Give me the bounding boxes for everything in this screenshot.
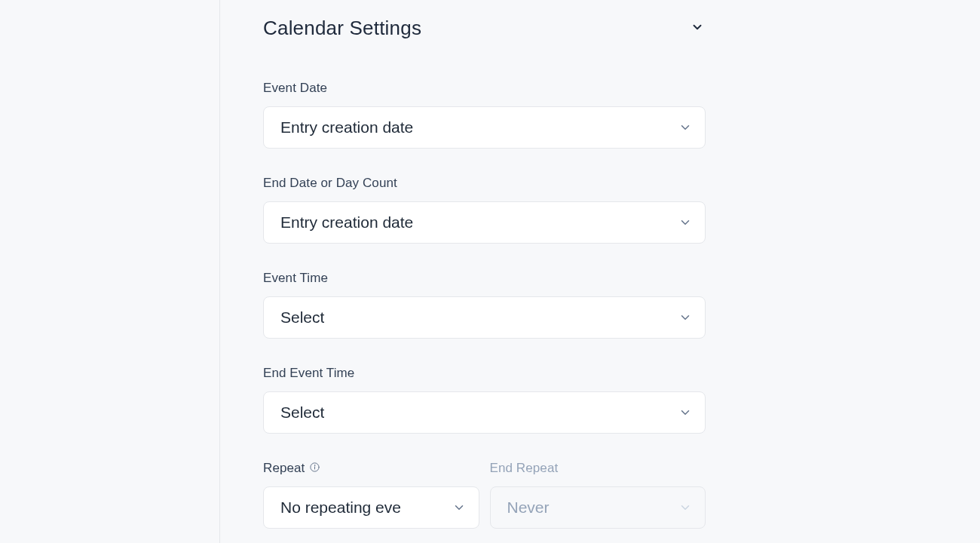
- chevron-down-icon: [452, 500, 467, 515]
- end-event-time-field: End Event Time Select: [263, 366, 706, 434]
- end-date-value: Entry creation date: [280, 213, 413, 232]
- end-repeat-label-row: End Repeat: [490, 461, 706, 476]
- end-event-time-value: Select: [280, 403, 324, 422]
- end-repeat-select: Never: [490, 486, 706, 529]
- end-repeat-value: Never: [507, 499, 550, 517]
- svg-point-2: [315, 465, 316, 465]
- end-date-field: End Date or Day Count Entry creation dat…: [263, 176, 706, 244]
- event-time-select[interactable]: Select: [263, 296, 706, 339]
- section-header: Calendar Settings: [263, 14, 706, 40]
- end-event-time-label: End Event Time: [263, 366, 706, 381]
- end-date-select[interactable]: Entry creation date: [263, 201, 706, 244]
- end-date-label: End Date or Day Count: [263, 176, 706, 191]
- event-date-label: Event Date: [263, 81, 706, 96]
- chevron-down-icon: [678, 500, 693, 515]
- left-panel: [0, 0, 220, 543]
- event-time-field: Event Time Select: [263, 271, 706, 339]
- event-date-field: Event Date Entry creation date: [263, 81, 706, 149]
- repeat-row: Repeat No repeating eve End Repeat: [263, 461, 706, 529]
- section-title: Calendar Settings: [263, 17, 421, 40]
- end-event-time-select[interactable]: Select: [263, 391, 706, 434]
- repeat-label: Repeat: [263, 461, 305, 476]
- repeat-field: Repeat No repeating eve: [263, 461, 479, 529]
- info-icon[interactable]: [308, 461, 321, 474]
- main-panel: Calendar Settings Event Date Entry creat…: [221, 0, 980, 543]
- repeat-label-row: Repeat: [263, 461, 479, 476]
- event-date-select[interactable]: Entry creation date: [263, 106, 706, 149]
- repeat-value: No repeating eve: [280, 499, 401, 517]
- event-time-label: Event Time: [263, 271, 706, 286]
- end-repeat-field: End Repeat Never: [490, 461, 706, 529]
- chevron-down-icon: [678, 405, 693, 420]
- event-time-value: Select: [280, 308, 324, 327]
- event-date-value: Entry creation date: [280, 118, 413, 137]
- calendar-settings-section: Calendar Settings Event Date Entry creat…: [221, 0, 749, 529]
- chevron-down-icon: [678, 310, 693, 325]
- chevron-down-icon: [678, 120, 693, 135]
- section-collapse-toggle[interactable]: [689, 20, 706, 37]
- end-repeat-label: End Repeat: [490, 461, 559, 476]
- chevron-down-icon: [678, 215, 693, 230]
- repeat-select[interactable]: No repeating eve: [263, 486, 479, 529]
- chevron-down-icon: [691, 20, 704, 37]
